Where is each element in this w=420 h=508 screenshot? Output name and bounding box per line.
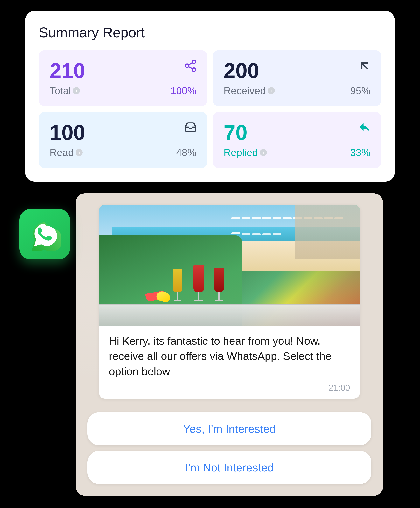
whatsapp-app-icon <box>19 209 70 260</box>
chat-message-text: Hi Kerry, its fantastic to hear from you… <box>109 333 350 379</box>
action-buttons-container: Yes, I'm Interested I'm Not Interested <box>76 406 383 496</box>
received-label: Received i <box>224 85 370 97</box>
read-percent: 48% <box>176 147 196 158</box>
read-info-icon: i <box>76 149 83 156</box>
chat-window: Hi Kerry, its fantastic to hear from you… <box>76 193 383 496</box>
envelope-open-icon <box>184 121 197 136</box>
read-label: Read i <box>50 147 196 158</box>
arrow-down-left-icon <box>358 59 371 75</box>
chat-message-container: Hi Kerry, its fantastic to hear from you… <box>76 193 383 406</box>
replied-label: Replied i <box>224 147 370 158</box>
received-number: 200 <box>224 60 370 81</box>
stat-card-total: 210 Total i 100% <box>39 50 207 106</box>
svg-line-4 <box>189 63 192 65</box>
chat-timestamp: 21:00 <box>109 383 350 393</box>
bottom-section: Hi Kerry, its fantastic to hear from you… <box>25 193 395 496</box>
total-percent: 100% <box>170 85 196 97</box>
replied-info-icon: i <box>260 149 267 156</box>
replied-number: 70 <box>224 122 370 143</box>
received-info-icon: i <box>268 87 275 94</box>
received-percent: 95% <box>350 85 370 97</box>
stat-card-received: 200 Received i 95% <box>213 50 381 106</box>
replied-percent: 33% <box>350 147 370 158</box>
stats-grid: 210 Total i 100% 200 Received <box>39 50 381 168</box>
total-info-icon: i <box>73 87 80 94</box>
stat-card-replied: 70 Replied i 33% <box>213 112 381 168</box>
chat-image <box>99 205 360 326</box>
chat-text-area: Hi Kerry, its fantastic to hear from you… <box>99 326 360 398</box>
yes-interested-button[interactable]: Yes, I'm Interested <box>88 412 371 445</box>
summary-title: Summary Report <box>39 24 381 40</box>
chat-bubble: Hi Kerry, its fantastic to hear from you… <box>99 205 360 398</box>
beach-scene <box>99 205 360 326</box>
whatsapp-logo <box>28 218 61 251</box>
total-number: 210 <box>50 60 196 81</box>
share-nodes-icon <box>184 59 197 75</box>
main-container: Summary Report 210 Total i <box>25 11 395 497</box>
stat-card-read: 100 Read i 48% <box>39 112 207 168</box>
read-number: 100 <box>50 122 196 143</box>
not-interested-button[interactable]: I'm Not Interested <box>88 451 371 484</box>
summary-card: Summary Report 210 Total i <box>25 11 395 182</box>
svg-line-3 <box>189 67 192 69</box>
reply-icon <box>358 121 371 136</box>
whatsapp-icon-wrapper <box>19 209 70 260</box>
